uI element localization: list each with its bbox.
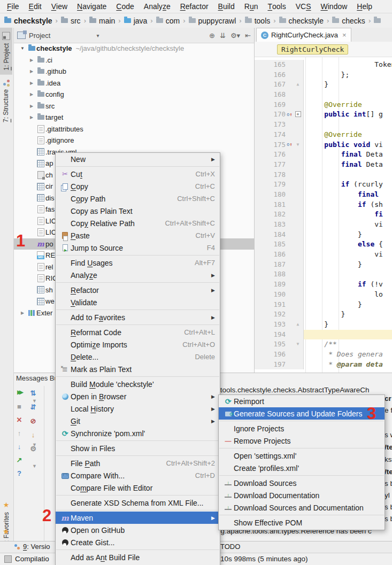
maven-menu-item-generate-sources-and-update-folders[interactable]: Generate Sources and Update Folders: [219, 407, 385, 420]
menubar-item-tools[interactable]: Tools: [263, 0, 290, 13]
menu-item-paste[interactable]: PasteCtrl+V: [56, 229, 220, 242]
chevron-down-icon[interactable]: ▾: [96, 33, 99, 38]
version-control-button[interactable]: 9: Versio: [14, 543, 50, 551]
fold-marker-icon[interactable]: ▼: [294, 140, 302, 150]
maven-menu-item-show-effective-pom[interactable]: Show Effective POM: [219, 516, 385, 529]
menu-item-maven[interactable]: Maven▶: [56, 512, 220, 524]
stop-icon[interactable]: ■: [14, 403, 25, 411]
fold-marker-icon[interactable]: ▲: [294, 320, 302, 330]
breadcrumb-item-java[interactable]: java: [124, 17, 148, 25]
tree-expander-icon[interactable]: ▼: [32, 442, 37, 447]
export-icon[interactable]: ↗: [14, 456, 25, 464]
menu-item-analyze[interactable]: Analyze▶: [56, 269, 220, 281]
collapse-all-icon[interactable]: ⇊: [220, 32, 226, 40]
expand-all-icon[interactable]: ⇅: [28, 389, 39, 397]
tree-expander-icon[interactable]: ▶: [27, 92, 36, 97]
messages-log-line[interactable]: .tools.checkstyle.checks.AbstractTypeAwa…: [218, 386, 370, 394]
menu-item-mark-as-plain-text[interactable]: Mark as Plain Text: [56, 363, 220, 375]
breadcrumb-item-checkstyle[interactable]: checkstyle: [4, 17, 52, 25]
tree-expander-icon[interactable]: ▶: [27, 69, 36, 74]
breadcrumb-item-puppycrawl[interactable]: puppycrawl: [189, 17, 236, 25]
menubar-item-run[interactable]: Run: [240, 0, 263, 13]
menu-item-open-on-github[interactable]: Open on GitHub: [56, 524, 220, 536]
breadcrumb-item-main[interactable]: main: [89, 17, 115, 25]
todo-button[interactable]: TODO: [220, 543, 240, 551]
tree-row-config[interactable]: ▶config: [14, 89, 254, 100]
override-method-icon[interactable]: o↑: [286, 112, 294, 117]
tree-expander-icon[interactable]: ▼: [32, 463, 37, 469]
menu-item-build-module-checkstyle[interactable]: Build Module 'checkstyle': [56, 378, 220, 390]
breadcrumb-item-com[interactable]: com: [156, 17, 180, 25]
breadcrumb-item-checks[interactable]: checks: [332, 17, 365, 25]
suspend-icon[interactable]: ⊘: [28, 417, 39, 425]
tree-row-checkstyle[interactable]: ▼checkstyle~/java/github/checkstyle/chec…: [14, 43, 254, 55]
menu-item-cut[interactable]: CutCtrl+X: [56, 168, 220, 180]
tree-expander-icon[interactable]: ▶: [27, 115, 36, 120]
hide-panel-icon[interactable]: ⇤: [245, 32, 251, 40]
tree-expander-icon[interactable]: ▼: [18, 46, 27, 51]
menu-item-add-as-ant-build-file[interactable]: Add as Ant Build File: [56, 551, 220, 563]
menu-item-copy[interactable]: CopyCtrl+C: [56, 180, 220, 192]
menubar-item-edit[interactable]: Edit: [24, 0, 47, 13]
rerun-icon[interactable]: ▶▶: [14, 389, 25, 395]
code-area[interactable]: 165 TokenT166 };167▲ }168169 @Override17…: [255, 57, 392, 373]
tree-row-idea[interactable]: ▶.idea: [14, 78, 254, 89]
menubar-item-help[interactable]: Help: [352, 0, 377, 13]
maven-menu-item-reimport[interactable]: Reimport: [219, 395, 385, 407]
tree-expander-icon[interactable]: ▶: [18, 311, 27, 315]
close-icon[interactable]: ✕: [14, 416, 25, 424]
tree-row-gitignore[interactable]: .gitignore: [14, 135, 254, 146]
tree-row-ci[interactable]: ▶.ci: [14, 55, 254, 66]
maven-menu-item-open-settings-xml[interactable]: Open 'settings.xml': [219, 450, 385, 462]
menu-item-compare-with[interactable]: Compare With...Ctrl+D: [56, 469, 220, 482]
fold-marker-icon[interactable]: ▼: [294, 339, 302, 350]
menu-item-new[interactable]: New▶: [56, 153, 220, 165]
help-icon[interactable]: ?: [14, 469, 25, 477]
menu-item-copy-as-plain-text[interactable]: Copy as Plain Text: [56, 205, 220, 217]
menu-item-synchronize-pom-xml[interactable]: Synchronize 'pom.xml': [56, 427, 220, 439]
menu-item-reformat-code[interactable]: Reformat CodeCtrl+Alt+L: [56, 326, 220, 338]
collapse-all-icon[interactable]: ⇵: [28, 403, 39, 411]
menubar-item-navigate[interactable]: Navigate: [72, 0, 111, 13]
menu-item-add-to-favorites[interactable]: Add to Favorites▶: [56, 311, 220, 323]
tree-row-gitattributes[interactable]: .gitattributes: [14, 123, 254, 135]
menu-item-optimize-imports[interactable]: Optimize ImportsCtrl+Alt+O: [56, 338, 220, 351]
sidebar-tab-7-structure[interactable]: 7: Structure: [0, 75, 12, 127]
maven-menu-item-download-sources[interactable]: Download Sources: [219, 477, 385, 489]
maven-menu-item-create-profiles-xml[interactable]: Create 'profiles.xml': [219, 462, 385, 474]
maven-menu-item-ignore-projects[interactable]: Ignore Projects: [219, 422, 385, 435]
menu-item-jump-to-source[interactable]: Jump to SourceF4: [56, 242, 220, 254]
close-tab-icon[interactable]: ×: [342, 31, 347, 39]
tree-expander-icon[interactable]: ▼: [32, 398, 37, 404]
menubar-item-view[interactable]: View: [47, 0, 72, 13]
sidebar-tab-1-project[interactable]: 1: Project: [0, 28, 12, 75]
menubar-item-refactor[interactable]: Refactor: [175, 0, 213, 13]
menu-item-copy-relative-path[interactable]: Copy Relative PathCtrl+Alt+Shift+C: [56, 217, 220, 229]
menu-item-git[interactable]: Git▶: [56, 415, 220, 427]
menubar-item-analyze[interactable]: Analyze: [139, 0, 175, 13]
tree-expander-icon[interactable]: ▶: [27, 58, 36, 63]
settings-gear-icon[interactable]: ⚙▾: [230, 32, 240, 40]
move-up-icon[interactable]: ↑: [14, 429, 25, 437]
menubar-item-file[interactable]: File: [2, 0, 24, 13]
menu-item-local-history[interactable]: Local History▶: [56, 403, 220, 415]
menu-item-validate[interactable]: Validate: [56, 296, 220, 308]
fold-marker-icon[interactable]: ▲: [294, 80, 302, 90]
menu-item-generate-xsd-schema-from-xml-file[interactable]: Generate XSD Schema from XML File...: [56, 497, 220, 509]
menu-item-delete[interactable]: Delete...Delete: [56, 351, 220, 363]
menubar-item-code[interactable]: Code: [111, 0, 139, 13]
breadcrumb-item-tools[interactable]: tools: [245, 17, 271, 25]
locate-icon[interactable]: ⊕: [209, 32, 215, 40]
tree-row-github[interactable]: ▶.github: [14, 66, 254, 78]
menu-item-open-in-browser[interactable]: Open in Browser▶: [56, 390, 220, 403]
menu-item-file-path[interactable]: File PathCtrl+Alt+Shift+2: [56, 457, 220, 469]
breadcrumb-item-src[interactable]: src: [61, 17, 81, 25]
tab-rightcurlycheck[interactable]: C RightCurlyCheck.java ×: [256, 28, 351, 42]
tree-row-src[interactable]: ▶src: [14, 100, 254, 112]
fold-expand-icon[interactable]: +: [294, 110, 302, 120]
menubar-item-vcs[interactable]: VCS: [291, 0, 316, 13]
menu-item-show-in-files[interactable]: Show in Files: [56, 442, 220, 454]
move-down-icon[interactable]: ↓: [14, 443, 25, 451]
menu-item-refactor[interactable]: Refactor▶: [56, 284, 220, 296]
tree-row-target[interactable]: ▶target: [14, 112, 254, 123]
